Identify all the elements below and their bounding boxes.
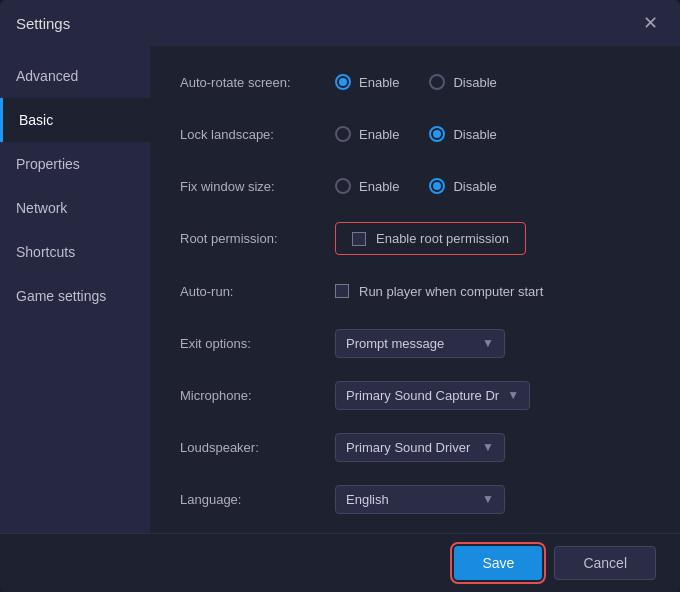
exit-options-dropdown[interactable]: Prompt message ▼ <box>335 329 505 358</box>
lock-landscape-enable-option[interactable]: Enable <box>335 126 399 142</box>
language-row: Language: English ▼ <box>180 483 650 515</box>
root-permission-box: Enable root permission <box>335 222 526 255</box>
auto-run-label: Auto-run: <box>180 284 335 299</box>
fix-window-size-radio-group: Enable Disable <box>335 178 497 194</box>
language-label: Language: <box>180 492 335 507</box>
fix-window-disable-option[interactable]: Disable <box>429 178 496 194</box>
settings-dialog: Settings ✕ Advanced Basic Properties Net… <box>0 0 680 592</box>
sidebar-item-shortcuts[interactable]: Shortcuts <box>0 230 150 274</box>
language-dropdown[interactable]: English ▼ <box>335 485 505 514</box>
root-permission-checkbox[interactable] <box>352 232 366 246</box>
auto-rotate-disable-radio[interactable] <box>429 74 445 90</box>
title-bar: Settings ✕ <box>0 0 680 46</box>
root-permission-checkbox-label: Enable root permission <box>376 231 509 246</box>
auto-rotate-enable-radio[interactable] <box>335 74 351 90</box>
auto-run-row: Auto-run: Run player when computer start <box>180 275 650 307</box>
sidebar-item-game-settings[interactable]: Game settings <box>0 274 150 318</box>
sidebar-item-network[interactable]: Network <box>0 186 150 230</box>
cancel-button[interactable]: Cancel <box>554 546 656 580</box>
auto-run-controls: Run player when computer start <box>335 284 543 299</box>
microphone-label: Microphone: <box>180 388 335 403</box>
microphone-dropdown[interactable]: Primary Sound Capture Dr ▼ <box>335 381 530 410</box>
dialog-title: Settings <box>16 15 70 32</box>
sidebar-item-properties[interactable]: Properties <box>0 142 150 186</box>
loudspeaker-dropdown[interactable]: Primary Sound Driver ▼ <box>335 433 505 462</box>
auto-rotate-label: Auto-rotate screen: <box>180 75 335 90</box>
chevron-down-icon: ▼ <box>482 336 494 350</box>
exit-options-row: Exit options: Prompt message ▼ <box>180 327 650 359</box>
lock-landscape-disable-option[interactable]: Disable <box>429 126 496 142</box>
lock-landscape-row: Lock landscape: Enable Disable <box>180 118 650 150</box>
root-permission-label: Root permission: <box>180 231 335 246</box>
footer: Save Cancel <box>0 533 680 592</box>
root-permission-row: Root permission: Enable root permission <box>180 222 650 255</box>
fix-window-size-label: Fix window size: <box>180 179 335 194</box>
chevron-down-icon: ▼ <box>482 492 494 506</box>
sidebar: Advanced Basic Properties Network Shortc… <box>0 46 150 533</box>
auto-run-checkbox[interactable] <box>335 284 349 298</box>
auto-rotate-disable-option[interactable]: Disable <box>429 74 496 90</box>
loudspeaker-row: Loudspeaker: Primary Sound Driver ▼ <box>180 431 650 463</box>
fix-window-enable-radio[interactable] <box>335 178 351 194</box>
lock-landscape-disable-radio[interactable] <box>429 126 445 142</box>
auto-rotate-row: Auto-rotate screen: Enable Disable <box>180 66 650 98</box>
sidebar-item-advanced[interactable]: Advanced <box>0 54 150 98</box>
chevron-down-icon: ▼ <box>507 388 519 402</box>
lock-landscape-enable-radio[interactable] <box>335 126 351 142</box>
sidebar-item-basic[interactable]: Basic <box>0 98 150 142</box>
save-button[interactable]: Save <box>454 546 542 580</box>
auto-rotate-enable-option[interactable]: Enable <box>335 74 399 90</box>
loudspeaker-label: Loudspeaker: <box>180 440 335 455</box>
microphone-row: Microphone: Primary Sound Capture Dr ▼ <box>180 379 650 411</box>
lock-landscape-label: Lock landscape: <box>180 127 335 142</box>
main-content: Advanced Basic Properties Network Shortc… <box>0 46 680 533</box>
lock-landscape-radio-group: Enable Disable <box>335 126 497 142</box>
content-area: Auto-rotate screen: Enable Disable Lock … <box>150 46 680 533</box>
fix-window-size-row: Fix window size: Enable Disable <box>180 170 650 202</box>
exit-options-label: Exit options: <box>180 336 335 351</box>
auto-run-checkbox-label: Run player when computer start <box>359 284 543 299</box>
close-button[interactable]: ✕ <box>637 12 664 34</box>
fix-window-disable-radio[interactable] <box>429 178 445 194</box>
fix-window-enable-option[interactable]: Enable <box>335 178 399 194</box>
auto-rotate-radio-group: Enable Disable <box>335 74 497 90</box>
chevron-down-icon: ▼ <box>482 440 494 454</box>
